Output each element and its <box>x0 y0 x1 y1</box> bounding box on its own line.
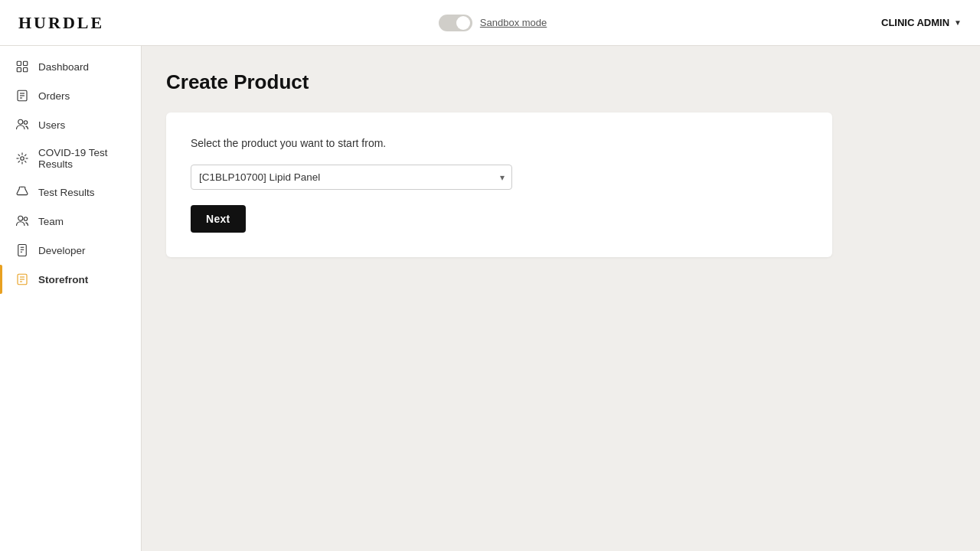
header: HURDLE Sandbox mode CLINIC ADMIN ▼ <box>0 0 980 46</box>
test-results-icon <box>15 185 29 199</box>
sidebar-item-orders[interactable]: Orders <box>0 81 141 110</box>
sidebar-label-storefront: Storefront <box>38 274 88 285</box>
sidebar-label-dashboard: Dashboard <box>38 61 89 73</box>
sandbox-label[interactable]: Sandbox mode <box>480 17 547 28</box>
sidebar-item-test-results[interactable]: Test Results <box>0 178 141 207</box>
storefront-icon <box>15 272 29 286</box>
toggle-dot <box>456 16 470 30</box>
product-select[interactable]: [C1BLP10700] Lipid Panel <box>191 165 512 190</box>
svg-rect-1 <box>24 61 28 65</box>
sidebar-item-dashboard[interactable]: Dashboard <box>0 52 141 81</box>
sidebar-label-covid: COVID-19 Test Results <box>38 147 126 170</box>
svg-point-8 <box>18 119 23 124</box>
create-product-card: Select the product you want to start fro… <box>166 112 832 257</box>
sidebar-item-developer[interactable]: Developer <box>0 236 141 265</box>
sidebar-item-covid[interactable]: COVID-19 Test Results <box>0 139 141 178</box>
svg-rect-0 <box>17 61 21 65</box>
user-label: CLINIC ADMIN <box>881 17 949 28</box>
svg-point-10 <box>21 157 24 161</box>
orders-icon <box>15 89 29 103</box>
svg-point-21 <box>24 217 28 221</box>
product-select-wrapper: [C1BLP10700] Lipid Panel ▾ <box>191 165 512 190</box>
logo: HURDLE <box>18 13 104 33</box>
developer-icon <box>15 243 29 257</box>
dashboard-icon <box>15 60 29 73</box>
sidebar-item-team[interactable]: Team <box>0 207 141 236</box>
chevron-down-icon: ▼ <box>954 18 962 27</box>
svg-point-9 <box>24 121 28 125</box>
svg-rect-3 <box>24 68 28 72</box>
page-title: Create Product <box>166 70 956 94</box>
sidebar-label-team: Team <box>38 216 64 227</box>
svg-line-15 <box>18 155 20 156</box>
covid-icon <box>15 152 29 165</box>
next-button[interactable]: Next <box>191 205 246 233</box>
sidebar: Dashboard Orders Users COVID-19 Test Res… <box>0 46 142 551</box>
sidebar-item-storefront[interactable]: Storefront <box>0 265 141 294</box>
svg-line-18 <box>18 161 20 162</box>
sandbox-toggle[interactable] <box>439 15 472 31</box>
svg-rect-2 <box>17 68 21 72</box>
sandbox-area: Sandbox mode <box>439 15 547 31</box>
sidebar-item-users[interactable]: Users <box>0 110 141 139</box>
svg-point-20 <box>18 216 23 220</box>
sidebar-label-developer: Developer <box>38 245 86 256</box>
user-menu[interactable]: CLINIC ADMIN ▼ <box>881 17 962 28</box>
svg-line-16 <box>24 161 26 162</box>
team-icon <box>15 214 29 228</box>
svg-line-17 <box>24 155 26 156</box>
card-instruction: Select the product you want to start fro… <box>191 137 808 149</box>
sidebar-label-test-results: Test Results <box>38 187 95 198</box>
main-content: Create Product Select the product you wa… <box>142 46 980 551</box>
svg-rect-22 <box>18 245 27 256</box>
layout: Dashboard Orders Users COVID-19 Test Res… <box>0 46 980 551</box>
sidebar-label-users: Users <box>38 119 65 131</box>
users-icon <box>15 118 29 132</box>
sidebar-label-orders: Orders <box>38 90 70 102</box>
